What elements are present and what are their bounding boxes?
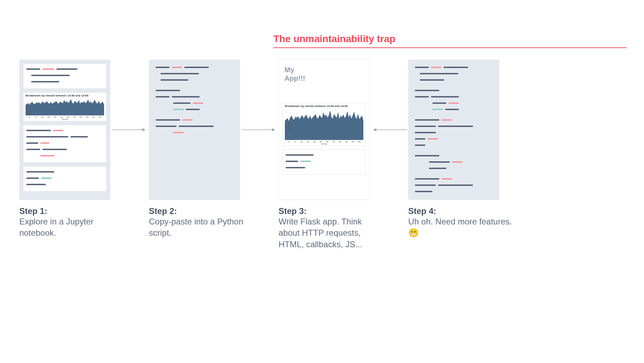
mini-chart-body: go live count 0510152025303540455055 min… (26, 98, 104, 120)
step-4-label: Step 4: (408, 206, 436, 216)
app-area-chart (285, 108, 363, 140)
python-script-panel (149, 60, 240, 200)
trap-title: The unmaintainability trap (273, 33, 626, 45)
slide: The unmaintainability trap Breakdown by … (0, 0, 644, 363)
app-chart-ylabel: go live count (288, 121, 290, 133)
trap-header: The unmaintainability trap (273, 33, 626, 48)
step-4-text: Uh oh. Need more features.😬 (408, 217, 512, 237)
mini-area-chart-a (26, 98, 104, 115)
step-2-column: Step 2: Copy-paste into a Python script. (149, 60, 240, 239)
step-4-column: Step 4: Uh oh. Need more features.😬 (408, 60, 499, 239)
notebook-chart-output: Breakdown by minute between 13:00 and 14… (23, 92, 107, 121)
step-4-caption: Step 4: Uh oh. Need more features.😬 (408, 206, 513, 239)
app-code-cell (282, 149, 366, 175)
mini-chart-ylabel: go live count (28, 103, 30, 115)
step-3-label: Step 3: (279, 206, 307, 216)
script-code-long (412, 63, 495, 193)
arrow-right-icon (110, 126, 149, 133)
step-2-text: Copy-paste into a Python script. (149, 217, 244, 237)
step-2-label: Step 2: (149, 206, 177, 216)
script-code (153, 63, 236, 134)
app-title: MyApp!!! (282, 63, 366, 85)
step-3-caption: Step 3: Write Flask app. Think about HTT… (279, 206, 384, 250)
step-3-column: MyApp!!! Breakdown by minute between 13:… (279, 60, 370, 250)
arrow-3 (370, 60, 408, 200)
arrow-2 (240, 60, 279, 200)
notebook-cell-code (23, 166, 107, 191)
trap-divider (273, 47, 626, 48)
flask-app-panel: MyApp!!! Breakdown by minute between 13:… (279, 60, 370, 200)
mini-chart-title: Breakdown by minute between 13:00 and 14… (26, 94, 104, 97)
mini-chart-xlabel: minute (26, 118, 104, 120)
arrow-1 (110, 60, 149, 200)
step-1-column: Breakdown by minute between 13:00 and 14… (19, 60, 110, 239)
app-chart-title: Breakdown by minute between 13:00 and 14… (285, 105, 363, 108)
jupyter-notebook-panel: Breakdown by minute between 13:00 and 14… (19, 60, 110, 200)
step-1-text: Explore in a Jupyter notebook. (19, 217, 94, 237)
step-1-label: Step 1: (19, 206, 47, 216)
step-2-caption: Step 2: Copy-paste into a Python script. (149, 206, 254, 239)
step-1-caption: Step 1: Explore in a Jupyter notebook. (19, 206, 124, 239)
notebook-cell-code (23, 63, 107, 89)
steps-row: Breakdown by minute between 13:00 and 14… (19, 60, 626, 250)
app-chart-card: Breakdown by minute between 13:00 and 14… (282, 103, 366, 146)
arrow-right-icon (240, 126, 279, 133)
arrow-left-icon (370, 126, 408, 133)
app-chart-xlabel: minute (285, 143, 363, 145)
step-3-text: Write Flask app. Think about HTTP reques… (279, 217, 362, 249)
more-features-panel (408, 60, 499, 200)
notebook-cell-code (23, 125, 107, 163)
